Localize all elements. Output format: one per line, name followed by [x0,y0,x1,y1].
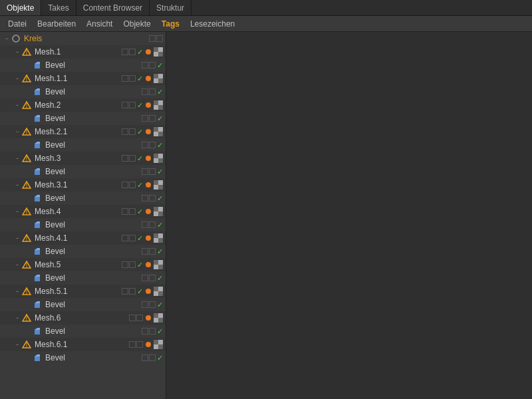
menu-item-tags[interactable]: Tags [156,17,185,31]
tree-row[interactable]: −Mesh.3.1✓ [0,178,166,192]
menu-item-objekte[interactable]: Objekte [118,17,156,31]
menu-item-ansicht[interactable]: Ansicht [81,17,118,31]
collapse-icon[interactable]: − [13,182,21,188]
collapse-icon[interactable]: − [13,261,21,268]
render-check-icon[interactable] [149,115,156,122]
tree-row[interactable]: Bevel✓ [0,112,166,125]
tree-row[interactable]: Bevel✓ [0,325,166,338]
visibility-check-icon[interactable] [122,182,128,188]
tab-objekte[interactable]: Objekte [0,0,41,15]
tree-row[interactable]: Bevel✓ [0,245,166,258]
tree-row[interactable]: −Mesh.2✓ [0,98,166,112]
visibility-check-icon[interactable] [142,328,148,334]
collapse-icon[interactable]: − [13,208,21,215]
tree-row[interactable]: Bevel✓ [0,165,166,178]
tree-row[interactable]: −Mesh.5.1✓ [0,285,166,298]
menu-item-lesezeichen[interactable]: Lesezeichen [185,17,240,31]
visibility-check-icon[interactable] [142,275,148,281]
visibility-check-icon[interactable] [122,208,128,215]
visibility-check-icon[interactable] [122,288,128,295]
tree-row[interactable]: Bevel✓ [0,351,166,364]
render-check-icon[interactable] [129,288,136,295]
collapse-icon[interactable]: − [13,49,21,55]
visibility-check-icon[interactable] [142,88,148,95]
render-check-icon[interactable] [149,301,156,308]
render-check-icon[interactable] [129,102,136,108]
tree-row[interactable]: Bevel✓ [0,271,166,285]
visibility-check-icon[interactable] [122,49,128,55]
collapse-icon[interactable]: − [13,235,21,241]
tab-struktur[interactable]: Struktur [150,0,192,15]
tree-row[interactable]: −Kreis [0,32,166,45]
collapse-icon[interactable]: − [13,341,21,348]
render-check-icon[interactable] [129,208,136,215]
render-check-icon[interactable] [149,221,156,228]
collapse-icon[interactable]: − [13,102,21,108]
tree-row[interactable]: Bevel✓ [0,218,166,231]
render-check-icon[interactable] [129,261,136,268]
collapse-icon[interactable]: − [3,35,11,42]
render-check-icon[interactable] [136,341,143,348]
visibility-check-icon[interactable] [142,115,148,122]
render-check-icon[interactable] [149,195,156,201]
tree-row[interactable]: −Mesh.4.1✓ [0,231,166,245]
tree-row[interactable]: Bevel✓ [0,138,166,152]
render-check-icon[interactable] [149,62,156,68]
tree-panel[interactable]: −Kreis−Mesh.1✓Bevel✓−Mesh.1.1✓Bevel✓−Mes… [0,32,166,399]
render-check-icon[interactable] [149,248,156,255]
render-check-icon[interactable] [129,128,136,135]
bevel-icon [32,299,43,310]
tree-row[interactable]: Bevel✓ [0,59,166,72]
render-check-icon[interactable] [149,275,156,281]
tab-content-browser[interactable]: Content Browser [76,0,150,15]
visibility-check-icon[interactable] [142,301,148,308]
collapse-icon[interactable]: − [13,128,21,135]
tree-row[interactable]: −Mesh.2.1✓ [0,125,166,138]
visibility-check-icon[interactable] [129,315,136,321]
visibility-check-icon[interactable] [122,261,128,268]
visibility-check-icon[interactable] [122,75,128,82]
tree-row[interactable]: −Mesh.4✓ [0,205,166,218]
visibility-check-icon[interactable] [142,354,148,361]
visibility-check-icon[interactable] [122,128,128,135]
visibility-check-icon[interactable] [129,341,136,348]
tree-row[interactable]: −Mesh.3✓ [0,152,166,165]
tree-row[interactable]: Bevel✓ [0,192,166,205]
visibility-check-icon[interactable] [142,62,148,68]
render-check-icon[interactable] [129,235,136,241]
visibility-check-icon[interactable] [122,102,128,108]
tree-row[interactable]: −Mesh.1.1✓ [0,72,166,85]
render-check-icon[interactable] [149,354,156,361]
collapse-icon[interactable]: − [13,315,21,321]
visibility-check-icon[interactable] [142,195,148,201]
visibility-check-icon[interactable] [149,35,156,42]
collapse-icon[interactable]: − [13,75,21,82]
render-check-icon[interactable] [129,182,136,188]
render-check-icon[interactable] [149,328,156,334]
visibility-check-icon[interactable] [122,235,128,241]
collapse-icon[interactable]: − [13,155,21,162]
visibility-check-icon[interactable] [142,221,148,228]
tree-row[interactable]: Bevel✓ [0,85,166,98]
render-check-icon[interactable] [136,315,143,321]
menu-item-datei[interactable]: Datei [3,17,32,31]
visibility-check-icon[interactable] [142,168,148,175]
render-check-icon[interactable] [149,88,156,95]
tree-row[interactable]: Bevel✓ [0,298,166,311]
collapse-icon[interactable]: − [13,288,21,295]
render-check-icon[interactable] [149,168,156,175]
render-check-icon[interactable] [129,155,136,162]
render-check-icon[interactable] [149,142,156,148]
visibility-check-icon[interactable] [142,142,148,148]
tree-row[interactable]: −Mesh.6 [0,311,166,325]
tree-row[interactable]: −Mesh.1✓ [0,45,166,59]
menu-item-bearbeiten[interactable]: Bearbeiten [32,17,81,31]
render-check-icon[interactable] [156,35,163,42]
visibility-check-icon[interactable] [122,155,128,162]
render-check-icon[interactable] [129,75,136,82]
visibility-check-icon[interactable] [142,248,148,255]
tab-takes[interactable]: Takes [41,0,76,15]
tree-row[interactable]: −Mesh.5✓ [0,258,166,271]
tree-row[interactable]: −Mesh.6.1 [0,338,166,351]
render-check-icon[interactable] [129,49,136,55]
